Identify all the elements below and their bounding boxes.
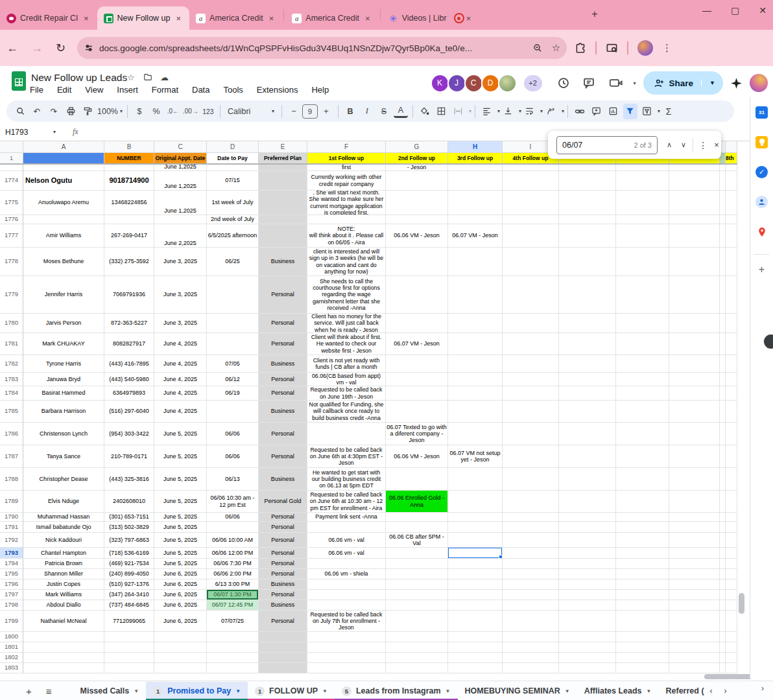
- cell[interactable]: [503, 333, 559, 355]
- cell[interactable]: [503, 355, 559, 373]
- cell[interactable]: [559, 423, 616, 445]
- cell-name[interactable]: [23, 632, 104, 642]
- cell-date-to-pay[interactable]: 6/5/2025 afternoon: [207, 224, 259, 248]
- cell[interactable]: [559, 590, 616, 600]
- cell-1st-follow-up[interactable]: . She will start next month. She wanted …: [307, 191, 386, 215]
- cell-2nd-follow-up[interactable]: [386, 171, 448, 191]
- share-button[interactable]: Share ▼: [643, 71, 723, 95]
- cell[interactable]: [503, 215, 559, 224]
- cell[interactable]: [616, 468, 669, 491]
- cell-name[interactable]: [23, 165, 104, 171]
- calendar-icon[interactable]: 31: [755, 106, 768, 119]
- cell-appt-date[interactable]: June 5, 2025: [154, 491, 207, 513]
- header-cell-date-to-pay[interactable]: Date to Pay: [207, 153, 259, 163]
- bold-icon[interactable]: B: [343, 104, 357, 119]
- cell-date-to-pay[interactable]: 07/05: [207, 355, 259, 373]
- cell-appt-date[interactable]: June 6, 2025: [154, 569, 207, 579]
- cell[interactable]: [669, 600, 720, 611]
- column-header-g[interactable]: G: [386, 141, 448, 153]
- cell[interactable]: [559, 276, 616, 314]
- cell-number[interactable]: 210-789-0171: [104, 445, 154, 468]
- strikethrough-icon[interactable]: S: [377, 104, 391, 119]
- name-box-dropdown-icon[interactable]: ▾: [53, 129, 56, 135]
- filter-views-dropdown-icon[interactable]: ▾: [658, 108, 660, 114]
- merge-dropdown-icon[interactable]: ▾: [469, 108, 471, 114]
- text-wrap-icon[interactable]: [523, 104, 537, 119]
- find-previous-icon[interactable]: ∧: [667, 141, 672, 149]
- header-cell-1st-follow-up[interactable]: 1st Follow up: [307, 153, 386, 163]
- menu-insert[interactable]: Insert: [117, 85, 138, 95]
- cell-preferred-plan[interactable]: [259, 642, 307, 653]
- cell-3rd-follow-up[interactable]: [448, 248, 503, 276]
- cell[interactable]: [616, 248, 669, 276]
- cell-preferred-plan[interactable]: [259, 165, 307, 171]
- cell-2nd-follow-up[interactable]: [386, 513, 448, 522]
- cell-date-to-pay[interactable]: [207, 663, 259, 673]
- cell-appt-date[interactable]: June 4, 2025: [154, 355, 207, 373]
- cell-number[interactable]: [104, 215, 154, 224]
- cell-name[interactable]: Muhammad Hassan: [23, 513, 104, 522]
- cell-preferred-plan[interactable]: Personal Gold: [259, 491, 307, 513]
- cell-2nd-follow-up[interactable]: [386, 386, 448, 401]
- cell-date-to-pay[interactable]: 06/06: [207, 445, 259, 468]
- cell-date-to-pay[interactable]: 06/12: [207, 373, 259, 386]
- account-avatar[interactable]: [750, 74, 768, 92]
- cell[interactable]: [669, 663, 720, 673]
- header-cell-3rd-follow-up[interactable]: 3rd Follow up: [448, 153, 503, 163]
- cell[interactable]: [669, 171, 720, 191]
- row-header[interactable]: 1787: [0, 445, 23, 468]
- cell-appt-date[interactable]: [154, 215, 207, 224]
- meet-camera-icon[interactable]: [609, 76, 624, 89]
- cell-date-to-pay[interactable]: 06/06 10:30 am - 12 pm Est: [207, 491, 259, 513]
- cell[interactable]: [669, 401, 720, 423]
- row-header[interactable]: 1781: [0, 333, 23, 355]
- horizontal-scrollbar[interactable]: [704, 674, 752, 679]
- tab-close-icon[interactable]: ×: [174, 14, 184, 23]
- cell-2nd-follow-up[interactable]: [386, 355, 448, 373]
- cell[interactable]: [726, 569, 737, 579]
- currency-format-icon[interactable]: $: [132, 104, 147, 119]
- cell-1st-follow-up[interactable]: [307, 653, 386, 663]
- cell[interactable]: [503, 522, 559, 533]
- sheet-tab-missed-calls[interactable]: Missed Calls▼: [73, 682, 147, 700]
- column-header[interactable]: [726, 141, 737, 153]
- cell-appt-date[interactable]: June 5, 2025: [154, 468, 207, 491]
- cell[interactable]: [616, 191, 669, 215]
- cell[interactable]: [559, 600, 616, 611]
- cell-name[interactable]: Chantel Hampton: [23, 548, 104, 559]
- cell-appt-date[interactable]: June 6, 2025: [154, 611, 207, 632]
- cell-name[interactable]: Nathaniel McNeal: [23, 611, 104, 632]
- menu-format[interactable]: Format: [152, 85, 178, 95]
- cell-name[interactable]: Tyrone Harris: [23, 355, 104, 373]
- cell[interactable]: [669, 191, 720, 215]
- cell-date-to-pay[interactable]: 06/06 2:00 PM: [207, 569, 259, 579]
- cell-2nd-follow-up[interactable]: 06.07 Texted to go with a diferent compa…: [386, 423, 448, 445]
- cell-3rd-follow-up[interactable]: [448, 590, 503, 600]
- cell-appt-date[interactable]: June 5, 2025: [154, 533, 207, 548]
- find-more-options-icon[interactable]: ⋮: [698, 140, 708, 150]
- cell-date-to-pay[interactable]: [207, 333, 259, 355]
- cell[interactable]: [669, 373, 720, 386]
- cell[interactable]: [503, 569, 559, 579]
- cell[interactable]: [720, 314, 726, 333]
- cell[interactable]: [616, 386, 669, 401]
- cell-appt-date[interactable]: June 6, 2025: [154, 579, 207, 590]
- cell-date-to-pay[interactable]: 1st week of July: [207, 191, 259, 215]
- cell-number[interactable]: (469) 921-7534: [104, 559, 154, 569]
- cell-preferred-plan[interactable]: Personal: [259, 590, 307, 600]
- cell-name[interactable]: Abdoul Diallo: [23, 600, 104, 611]
- cell-name[interactable]: Nelson Ogutu: [23, 171, 104, 191]
- cell[interactable]: [669, 653, 720, 663]
- cell-3rd-follow-up[interactable]: [448, 423, 503, 445]
- row-header[interactable]: 1786: [0, 423, 23, 445]
- cell[interactable]: [616, 445, 669, 468]
- tab-close-icon[interactable]: ×: [267, 14, 276, 23]
- cell-number[interactable]: (718) 536-6169: [104, 548, 154, 559]
- insert-link-icon[interactable]: [573, 104, 587, 119]
- row-header[interactable]: 1796: [0, 579, 23, 590]
- cell-2nd-follow-up[interactable]: [386, 632, 448, 642]
- cell-date-to-pay[interactable]: 06/07 12:45 PM: [207, 600, 259, 611]
- cell-number[interactable]: 872-363-5227: [104, 314, 154, 333]
- star-document-icon[interactable]: ☆: [127, 73, 135, 82]
- cell-number[interactable]: 9018714900: [104, 171, 154, 191]
